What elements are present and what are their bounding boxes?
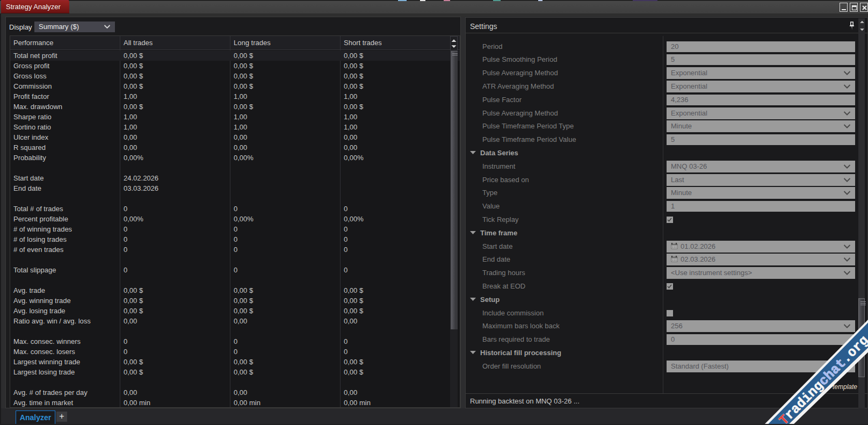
svg-text:Tradingchat.org: Tradingchat.org (776, 333, 868, 425)
